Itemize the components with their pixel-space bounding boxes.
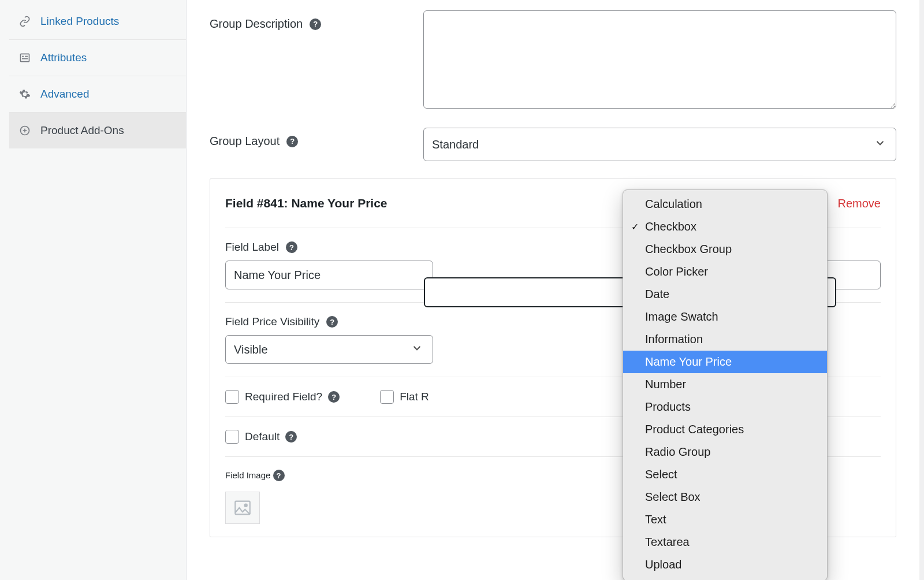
dropdown-option-label: Checkbox bbox=[645, 218, 696, 235]
field-price-visibility-label: Field Price Visibility ? bbox=[225, 315, 433, 328]
help-icon[interactable]: ? bbox=[326, 316, 338, 328]
dropdown-option[interactable]: Calculation bbox=[623, 193, 827, 215]
help-icon[interactable]: ? bbox=[328, 391, 340, 403]
remove-button[interactable]: Remove bbox=[838, 197, 881, 210]
dropdown-option[interactable]: Text bbox=[623, 508, 827, 531]
field-type-dropdown[interactable]: Calculation✓CheckboxCheckbox GroupColor … bbox=[623, 189, 828, 580]
help-icon[interactable]: ? bbox=[286, 241, 297, 253]
label-text: Group Layout bbox=[210, 135, 280, 148]
sidebar-item-advanced[interactable]: Advanced bbox=[9, 76, 186, 113]
dropdown-option[interactable]: Products bbox=[623, 396, 827, 418]
field-label-block: Field Label ? bbox=[225, 241, 433, 289]
sidebar-item-product-add-ons[interactable]: Product Add-Ons bbox=[9, 113, 186, 148]
sidebar: Linked Products Attributes Advanced Prod… bbox=[0, 0, 187, 580]
dropdown-option-label: Number bbox=[645, 376, 686, 393]
link-icon bbox=[18, 15, 31, 28]
checkbox[interactable] bbox=[225, 430, 239, 444]
dropdown-option-label: Select Box bbox=[645, 489, 701, 505]
sidebar-item-label: Linked Products bbox=[40, 15, 119, 28]
check-label: Required Field? bbox=[245, 391, 322, 403]
sidebar-item-label: Product Add-Ons bbox=[40, 124, 124, 137]
label-text: Group Description bbox=[210, 17, 303, 31]
help-icon[interactable]: ? bbox=[285, 431, 297, 443]
check-label: Default bbox=[245, 430, 280, 443]
label-group-layout: Group Layout ? bbox=[210, 128, 423, 148]
field-label-label: Field Label ? bbox=[225, 241, 433, 254]
app-wrapper: Linked Products Attributes Advanced Prod… bbox=[0, 0, 924, 580]
svg-rect-2 bbox=[25, 56, 28, 57]
sidebar-item-label: Attributes bbox=[40, 51, 87, 64]
label-text: Field Image bbox=[225, 470, 270, 480]
main-panel: Group Description ? Group Layout ? Stand… bbox=[187, 0, 924, 580]
row-group-description: Group Description ? bbox=[210, 10, 896, 110]
dropdown-option-label: Upload bbox=[645, 556, 681, 573]
select-value: Standard bbox=[432, 138, 479, 151]
label-group-description: Group Description ? bbox=[210, 10, 423, 31]
sidebar-item-attributes[interactable]: Attributes bbox=[9, 40, 186, 76]
dropdown-option[interactable]: ✓Checkbox bbox=[623, 215, 827, 238]
svg-rect-0 bbox=[21, 54, 29, 61]
dropdown-option[interactable]: Textarea bbox=[623, 531, 827, 553]
select-value: Visible bbox=[234, 343, 268, 356]
checkbox[interactable] bbox=[225, 390, 239, 404]
group-description-textarea[interactable] bbox=[423, 10, 896, 109]
dropdown-option-label: Image Swatch bbox=[645, 308, 718, 325]
dropdown-option[interactable]: Number bbox=[623, 373, 827, 396]
help-icon[interactable]: ? bbox=[273, 470, 285, 481]
dropdown-option[interactable]: Checkbox Group bbox=[623, 238, 827, 261]
dropdown-option[interactable]: Date bbox=[623, 283, 827, 306]
chevron-down-icon bbox=[874, 137, 886, 153]
image-placeholder[interactable] bbox=[225, 492, 260, 524]
dropdown-option-label: Radio Group bbox=[645, 444, 710, 460]
sidebar-item-label: Advanced bbox=[40, 88, 90, 101]
svg-rect-3 bbox=[22, 58, 28, 60]
dropdown-option-label: Date bbox=[645, 286, 669, 303]
dropdown-option[interactable]: Select bbox=[623, 463, 827, 486]
dropdown-option-label: Select bbox=[645, 466, 677, 483]
dropdown-option-label: Textarea bbox=[645, 534, 690, 551]
svg-point-6 bbox=[245, 504, 247, 507]
chevron-down-icon bbox=[411, 342, 423, 358]
dropdown-option-label: Text bbox=[645, 511, 666, 528]
dropdown-option-label: Name Your Price bbox=[645, 354, 732, 370]
row-group-layout: Group Layout ? Standard bbox=[210, 128, 896, 161]
label-text: Field Label bbox=[225, 241, 279, 254]
dropdown-option-label: Color Picker bbox=[645, 263, 708, 280]
dropdown-option[interactable]: Name Your Price bbox=[623, 351, 827, 373]
svg-rect-1 bbox=[22, 56, 24, 57]
help-icon[interactable]: ? bbox=[286, 136, 298, 147]
label-text: Field Price Visibility bbox=[225, 315, 319, 328]
check-label: Flat R bbox=[400, 391, 429, 403]
gear-icon bbox=[18, 88, 31, 101]
dropdown-option[interactable]: Upload bbox=[623, 553, 827, 576]
dropdown-option[interactable]: Select Box bbox=[623, 486, 827, 508]
dropdown-option[interactable]: Color Picker bbox=[623, 261, 827, 283]
checkbox[interactable] bbox=[380, 390, 394, 404]
dropdown-option-label: Information bbox=[645, 331, 703, 348]
help-icon[interactable]: ? bbox=[310, 18, 321, 30]
dropdown-option[interactable]: Image Swatch bbox=[623, 306, 827, 328]
flat-rate-check[interactable]: Flat R bbox=[380, 390, 429, 404]
dropdown-option-label: Calculation bbox=[645, 196, 702, 213]
field-label-input[interactable] bbox=[225, 261, 433, 289]
sidebar-item-linked-products[interactable]: Linked Products bbox=[9, 3, 186, 40]
dropdown-option-label: Products bbox=[645, 399, 691, 415]
dropdown-option[interactable]: Information bbox=[623, 328, 827, 351]
required-field-check[interactable]: Required Field? ? bbox=[225, 390, 340, 404]
plus-circle-icon bbox=[18, 124, 31, 137]
dropdown-option-label: Product Categories bbox=[645, 421, 744, 438]
group-layout-select[interactable]: Standard bbox=[423, 128, 896, 161]
field-price-visibility-select[interactable]: Visible bbox=[225, 335, 433, 364]
dropdown-option[interactable]: Radio Group bbox=[623, 441, 827, 463]
form-icon bbox=[18, 51, 31, 64]
dropdown-option[interactable]: Product Categories bbox=[623, 418, 827, 441]
checkmark-icon: ✓ bbox=[631, 220, 639, 233]
dropdown-option-label: Checkbox Group bbox=[645, 241, 732, 258]
card-title: Field #841: Name Your Price bbox=[225, 196, 388, 210]
